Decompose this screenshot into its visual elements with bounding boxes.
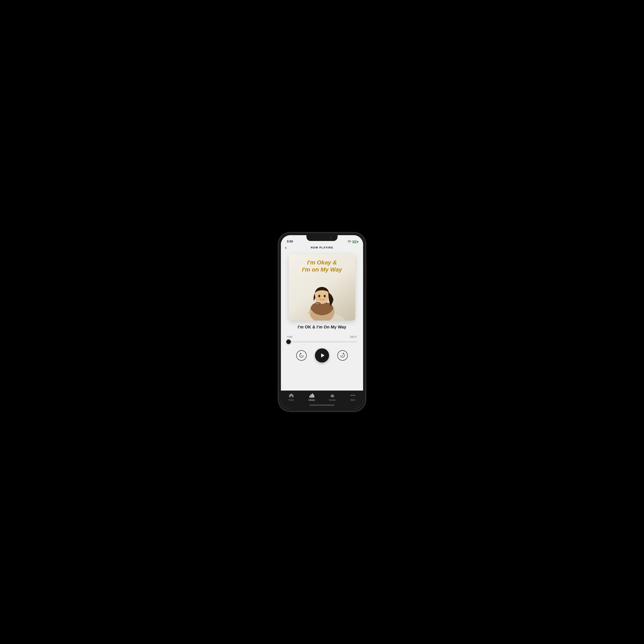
svg-point-4 [318,295,320,297]
back-button[interactable]: ‹ [285,245,287,250]
status-icons [348,240,357,243]
main-content: I'm Okay & I'm on My Way [281,251,363,391]
library-icon [309,393,315,398]
track-title: I'm OK & I'm On My Way [298,325,346,330]
rewind-button[interactable]: 10 [296,350,307,361]
svg-marker-14 [343,353,344,354]
svg-rect-16 [310,396,310,398]
svg-marker-13 [321,354,324,358]
status-time: 3:50 [287,239,293,243]
tab-donate[interactable]: Donate [322,393,343,401]
progress-thumb[interactable] [286,340,291,344]
progress-track[interactable] [287,342,357,342]
svg-rect-19 [313,395,314,398]
nav-title: NOW PLAYING [311,246,333,249]
album-title-line2: I'm on My Way [293,266,351,273]
tab-home[interactable]: Home [281,393,301,401]
play-button[interactable] [315,349,329,363]
album-person-illustration [299,279,345,320]
home-indicator [310,405,334,406]
phone-screen: 3:50 ‹ NOW PLAYING I'm Okay [281,235,363,409]
tab-more[interactable]: More [343,393,363,401]
album-title-line1: I'm Okay & [293,259,351,266]
svg-rect-18 [312,394,313,398]
front-camera [330,237,332,239]
svg-point-20 [351,395,352,396]
album-art: I'm Okay & I'm on My Way [289,254,355,320]
current-time: 0:00 [287,335,292,339]
nav-header: ‹ NOW PLAYING [281,244,363,251]
album-title-overlay: I'm Okay & I'm on My Way [293,259,351,273]
time-labels: 0:00 59:27 [287,335,357,339]
more-icon [350,393,356,398]
forward-button[interactable]: 10 [337,350,348,361]
svg-rect-17 [311,394,312,398]
track-info: I'm OK & I'm On My Way [298,325,346,330]
svg-text:10: 10 [301,355,302,356]
svg-text:10: 10 [342,355,343,356]
battery-fill [353,241,356,243]
tab-library[interactable]: Library [301,393,322,401]
total-time: 59:27 [350,335,357,339]
phone-device: 3:50 ‹ NOW PLAYING I'm Okay [278,233,366,411]
svg-point-5 [324,295,326,297]
svg-point-22 [354,395,355,396]
battery-icon [352,240,357,243]
progress-bar-container[interactable] [287,339,357,344]
donate-icon [329,393,335,398]
svg-marker-11 [300,353,301,354]
tab-donate-label: Donate [329,399,335,401]
notch [306,235,338,241]
svg-point-21 [352,395,353,396]
tab-home-label: Home [288,399,294,401]
svg-point-7 [325,297,328,298]
home-icon [288,393,294,398]
progress-section: 0:00 59:27 [285,335,359,344]
tab-bar: Home Library [281,391,363,409]
tab-library-label: Library [309,399,315,401]
wifi-icon [348,240,351,243]
tab-more-label: More [350,399,355,401]
playback-controls: 10 10 [296,349,348,363]
svg-point-6 [316,297,319,298]
